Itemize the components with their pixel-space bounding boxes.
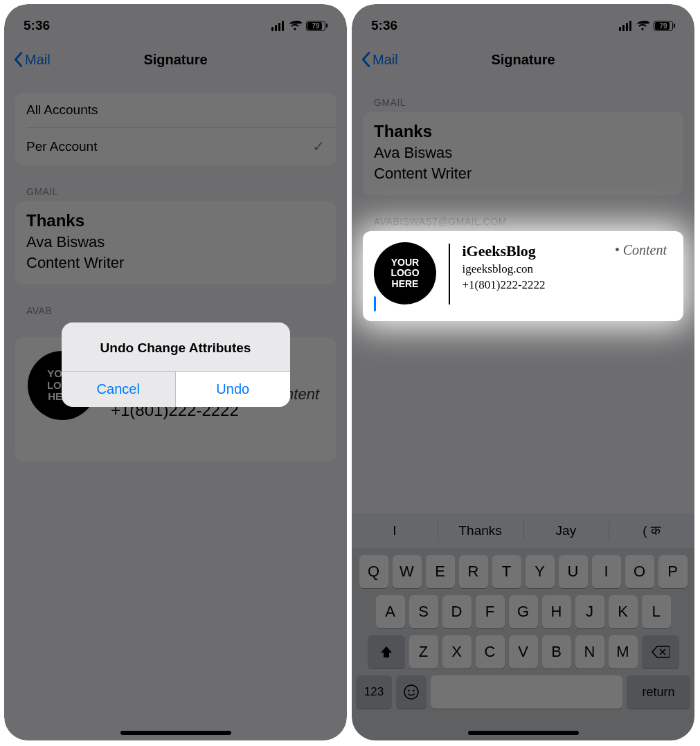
chevron-left-icon [360, 51, 371, 68]
key-j[interactable]: J [575, 595, 604, 628]
cellular-icon [619, 21, 631, 31]
key-p[interactable]: P [658, 555, 688, 588]
key-n[interactable]: N [575, 635, 604, 668]
key-g[interactable]: G [509, 595, 538, 628]
rich-title: iGeeksBlog [463, 242, 546, 260]
group-header-account2: AVAB [26, 305, 325, 316]
key-e[interactable]: E [426, 555, 455, 588]
key-k[interactable]: K [609, 595, 638, 628]
space-key[interactable] [431, 675, 622, 709]
svg-point-1 [408, 690, 410, 692]
backspace-icon [652, 645, 670, 659]
battery-icon: 79 [654, 21, 675, 31]
sig-line-thanks: Thanks [374, 122, 672, 141]
sig-line-name: Ava Biswas [26, 233, 325, 251]
text-cursor [374, 296, 376, 311]
group-header-account2: AVABISWAS7@GMAIL.COM [374, 216, 672, 227]
logo-placeholder: YOUR LOGO HERE [374, 242, 436, 304]
key-a[interactable]: A [376, 595, 405, 628]
signature-editor-gmail[interactable]: Thanks Ava Biswas Content Writer [363, 112, 683, 195]
row-label: All Accounts [26, 102, 98, 118]
nav-bar: Mail Signature [352, 43, 694, 76]
key-v[interactable]: V [509, 635, 538, 668]
shift-key[interactable] [368, 635, 405, 668]
sig-line-thanks: Thanks [26, 211, 325, 230]
keyboard: I Thanks Jay ( क Q W E R T Y U I O P A S… [352, 513, 694, 740]
suggestion[interactable]: Jay [523, 513, 609, 548]
status-time: 5:36 [371, 18, 397, 33]
suggestion-bar: I Thanks Jay ( क [352, 513, 694, 548]
home-indicator[interactable] [120, 731, 231, 735]
phone-screen-left: 5:36 79 Mail Signature All Accounts P [4, 4, 347, 740]
home-indicator[interactable] [468, 731, 579, 735]
key-m[interactable]: M [609, 635, 638, 668]
suggestion[interactable]: I [352, 513, 438, 548]
shift-icon [379, 645, 393, 659]
row-all-accounts[interactable]: All Accounts [15, 93, 336, 127]
cancel-button[interactable]: Cancel [62, 372, 176, 407]
suggestion[interactable]: ( क [609, 513, 694, 548]
svg-point-0 [404, 685, 418, 699]
status-bar: 5:36 79 [352, 4, 694, 40]
wifi-icon [288, 21, 302, 31]
key-s[interactable]: S [409, 595, 438, 628]
group-header-gmail: GMAIL [26, 186, 325, 197]
key-l[interactable]: L [642, 595, 671, 628]
back-label: Mail [373, 52, 398, 68]
key-r[interactable]: R [459, 555, 488, 588]
key-u[interactable]: U [559, 555, 588, 588]
row-per-account[interactable]: Per Account ✓ [15, 128, 336, 165]
chevron-left-icon [12, 51, 24, 68]
key-d[interactable]: D [442, 595, 472, 628]
wifi-icon [636, 21, 649, 31]
status-icons: 79 [619, 21, 675, 31]
signature-editor-gmail[interactable]: Thanks Ava Biswas Content Writer [15, 201, 336, 284]
nav-bar: Mail Signature [4, 43, 347, 76]
key-x[interactable]: X [442, 635, 472, 668]
sig-line-name: Ava Biswas [374, 144, 672, 162]
back-button[interactable]: Mail [12, 51, 51, 68]
numbers-key[interactable]: 123 [356, 675, 392, 709]
emoji-icon [403, 684, 420, 700]
status-icons: 79 [271, 21, 327, 31]
key-c[interactable]: C [476, 635, 505, 668]
rich-content-label: • Content [615, 242, 667, 258]
account-scope-group: All Accounts Per Account ✓ [15, 93, 336, 165]
rich-site: igeeksblog.con [463, 262, 546, 276]
undo-alert: Undo Change Attributes Cancel Undo [62, 322, 290, 407]
suggestion[interactable]: Thanks [438, 513, 523, 548]
key-h[interactable]: H [542, 595, 571, 628]
alert-title: Undo Change Attributes [62, 322, 290, 371]
key-b[interactable]: B [542, 635, 571, 668]
emoji-key[interactable] [396, 675, 427, 709]
key-t[interactable]: T [492, 555, 521, 588]
sig-line-role: Content Writer [26, 254, 325, 272]
undo-button[interactable]: Undo [175, 372, 290, 407]
signature-editor-rich[interactable]: YOUR LOGO HERE iGeeksBlog igeeksblog.con… [363, 231, 683, 321]
key-o[interactable]: O [625, 555, 654, 588]
svg-point-2 [413, 690, 415, 692]
key-z[interactable]: Z [409, 635, 438, 668]
page-title: Signature [491, 52, 555, 68]
row-label: Per Account [26, 139, 97, 154]
rich-phone: +1(801)222-2222 [463, 278, 546, 292]
status-bar: 5:36 79 [4, 4, 347, 40]
key-y[interactable]: Y [526, 555, 555, 588]
key-i[interactable]: I [592, 555, 621, 588]
sig-line-role: Content Writer [374, 165, 672, 183]
key-q[interactable]: Q [359, 555, 388, 588]
checkmark-icon: ✓ [312, 138, 325, 156]
status-time: 5:36 [24, 18, 50, 33]
group-header-gmail: GMAIL [374, 97, 672, 108]
key-f[interactable]: F [476, 595, 505, 628]
vertical-divider [449, 244, 450, 304]
phone-screen-right: 5:36 79 Mail Signature GMAIL Thanks Ava … [352, 4, 694, 740]
battery-icon: 79 [306, 21, 327, 31]
back-label: Mail [25, 52, 51, 68]
back-button[interactable]: Mail [360, 51, 398, 68]
backspace-key[interactable] [642, 635, 679, 668]
key-w[interactable]: W [393, 555, 422, 588]
cellular-icon [271, 21, 284, 31]
return-key[interactable]: return [627, 675, 690, 709]
page-title: Signature [143, 52, 207, 68]
